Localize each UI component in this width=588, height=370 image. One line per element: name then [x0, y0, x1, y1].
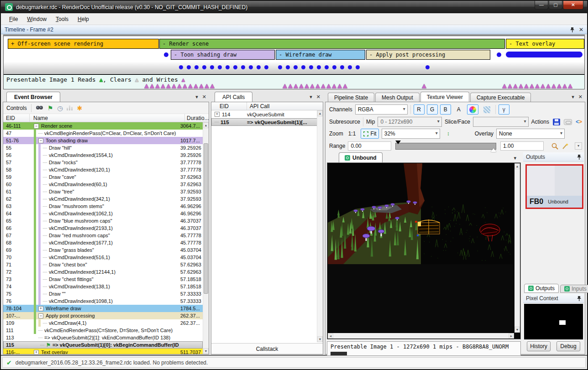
close-icon[interactable]: ✕ — [202, 94, 206, 100]
tab-capture-executable[interactable]: Capture Executable — [470, 93, 531, 102]
bookmark-icon[interactable]: ✱ — [77, 104, 82, 112]
column-name[interactable]: Name — [30, 114, 185, 122]
table-row[interactable]: 68vkCmdDrawIndexed(1677,1)45.77778 — [3, 239, 203, 246]
pin-icon[interactable] — [570, 27, 574, 32]
tab-outputs[interactable]: Outputs — [524, 284, 559, 293]
table-row[interactable]: 107-...−Apply post processing262.37... — [3, 312, 203, 319]
scroll-up-icon[interactable]: ▲ — [203, 122, 209, 128]
scroll-down-icon[interactable]: ▼ — [514, 327, 520, 333]
fb0-thumbnail[interactable]: FB0 Unbound — [525, 164, 583, 209]
table-row[interactable]: 57Draw "rocks"37.77778 — [3, 159, 203, 166]
overlay-select[interactable]: None — [496, 129, 565, 139]
zoom-select[interactable]: 32% — [382, 129, 440, 139]
close-button[interactable]: ✕ — [563, 1, 583, 10]
tab-api-calls[interactable]: API Calls — [215, 92, 252, 102]
table-row[interactable]: 59Draw "cave"37.62963 — [3, 173, 203, 181]
more-options-icon[interactable]: ▾ — [575, 142, 582, 150]
close-icon[interactable]: ✕ — [579, 26, 583, 33]
close-icon[interactable]: ✕ — [316, 94, 320, 100]
tab-texture-viewer[interactable]: Texture Viewer — [420, 92, 469, 102]
table-row[interactable]: 61Draw "tree"37.92593 — [3, 188, 203, 195]
range-min-input[interactable]: 0.00 — [348, 141, 391, 151]
range-slider[interactable] — [395, 143, 496, 150]
custom-shader-icon[interactable]: <> — [576, 119, 582, 125]
column-duration[interactable]: Duratio... — [185, 114, 209, 122]
title-bar[interactable]: debugmarker.rdc - RenderDoc Unofficial r… — [1, 1, 587, 13]
range-white-marker[interactable] — [491, 148, 496, 152]
minimize-button[interactable]: — — [535, 1, 548, 10]
timeline-bar[interactable]: - Wireframe draw — [276, 50, 365, 60]
expand-icon[interactable]: + — [215, 112, 220, 117]
chevron-down-icon[interactable]: ▾ — [572, 94, 574, 100]
scroll-down-icon[interactable]: ▼ — [203, 348, 209, 354]
tab-mesh-output[interactable]: Mesh Output — [375, 93, 420, 102]
timeline-body[interactable]: Presentable Image 1 Reads ▲, Clears ▲ an… — [3, 35, 585, 89]
table-row[interactable]: 109vkCmdDraw(4,1)262.37... — [3, 319, 203, 327]
table-row[interactable]: 113=> vkQueueSubmit(2)[1]: vkEndCommandB… — [3, 334, 203, 341]
gamma-button[interactable]: γ — [499, 104, 509, 115]
timeline-bar[interactable]: + Off-screen scene rendering — [8, 39, 159, 49]
expand-icon[interactable]: + — [34, 350, 39, 354]
history-button[interactable]: History — [527, 341, 551, 351]
channel-a-button[interactable]: A — [453, 104, 464, 115]
table-row[interactable]: 115=> vkQueueSubmit(1)[... — [211, 118, 323, 126]
save-texture-icon[interactable] — [553, 119, 560, 125]
pin-icon[interactable] — [577, 154, 581, 160]
tab-inputs[interactable]: Inputs — [560, 285, 588, 293]
api-calls-scrollbar[interactable]: ▲ ▼ — [317, 110, 323, 342]
timeline-bar[interactable]: - Text overlay — [506, 39, 584, 49]
texture-canvas[interactable]: ▲ ▼ ◄ ► — [327, 162, 521, 339]
maximize-button[interactable]: ▢ — [549, 1, 562, 10]
range-black-marker[interactable] — [395, 141, 401, 144]
jump-to-event-icon[interactable]: ⚑ — [47, 104, 53, 112]
callstack-section[interactable]: Callstack — [211, 343, 323, 354]
scroll-up-icon[interactable]: ▲ — [514, 163, 520, 169]
pin-icon[interactable] — [577, 296, 581, 301]
duration-column-icon[interactable] — [67, 105, 73, 110]
autofit-wand-icon[interactable] — [562, 142, 569, 150]
table-row[interactable]: 67Draw "red mushroom caps"45.77778 — [3, 232, 203, 239]
table-row[interactable]: 62vkCmdDrawIndexed(342,1)37.92593 — [3, 195, 203, 203]
range-max-input[interactable]: 1.00 — [500, 141, 544, 151]
table-row[interactable]: 66vkCmdDrawIndexed(2193,1)46.37037 — [3, 224, 203, 232]
timeline-header[interactable]: Timeline - Frame #2 ✕ — [1, 25, 587, 34]
event-browser-scrollbar[interactable]: ▲ ▼ — [203, 122, 209, 354]
channel-b-button[interactable]: B — [440, 104, 451, 115]
menu-item-window[interactable]: Window — [22, 14, 51, 24]
chevron-down-icon[interactable]: ▾ — [310, 94, 312, 100]
chevron-down-icon[interactable]: ▾ — [514, 155, 516, 161]
column-eid[interactable]: EID — [211, 102, 247, 110]
slice-face-select[interactable] — [473, 117, 529, 127]
scroll-down-icon[interactable]: ▼ — [317, 336, 323, 342]
timeline-bar[interactable]: - Toon shading draw — [171, 50, 275, 60]
menu-item-help[interactable]: Help — [73, 14, 94, 24]
zoom-range-icon[interactable] — [551, 142, 559, 150]
table-row[interactable]: 78-104+Wireframe draw1784.5... — [3, 305, 203, 312]
table-row[interactable]: 56vkCmdDrawIndexed(1554,1)39.25926 — [3, 151, 203, 159]
scroll-right-icon[interactable]: ► — [509, 333, 514, 339]
fit-button[interactable]: Fit — [361, 129, 378, 139]
column-eid[interactable]: EID — [3, 114, 30, 122]
collapse-icon[interactable]: − — [34, 124, 39, 129]
timeline-bar[interactable]: - Apply post processing — [366, 50, 490, 60]
scrollbar-thumb[interactable] — [204, 143, 208, 294]
table-row[interactable]: 115⚑=> vkQueueSubmit(1)[0]: vkBeginComma… — [3, 341, 203, 349]
table-row[interactable]: 69Draw "grass blades"45.03704 — [3, 246, 203, 254]
table-row[interactable]: 46-111−Render scene3064.7... — [3, 122, 203, 130]
table-row[interactable]: 116-...+Text overlay511.7037 — [3, 349, 203, 354]
table-row[interactable]: 55Draw "hill"39.25926 — [3, 144, 203, 151]
tab-event-browser[interactable]: Event Browser — [6, 92, 60, 102]
open-link-icon[interactable] — [564, 119, 572, 125]
column-api-call[interactable]: API Call — [247, 102, 323, 110]
alpha-background-button[interactable] — [481, 104, 493, 115]
table-row[interactable]: 65Draw "blue mushroom caps"46.37037 — [3, 217, 203, 224]
table-row[interactable]: 63Draw "mushroom stems"46.96296 — [3, 203, 203, 210]
table-row[interactable]: 73Draw "chest fittings"57.18518 — [3, 276, 203, 283]
debug-button[interactable]: Debug — [556, 341, 580, 351]
tab-pipeline-state[interactable]: Pipeline State — [328, 93, 374, 102]
collapse-icon[interactable]: − — [38, 313, 43, 318]
time-draws-icon[interactable]: ◷ — [57, 104, 63, 112]
timeline-bar[interactable]: - Render scene — [159, 39, 505, 49]
channel-g-button[interactable]: G — [427, 104, 438, 115]
color-wheel-button[interactable] — [467, 104, 478, 115]
